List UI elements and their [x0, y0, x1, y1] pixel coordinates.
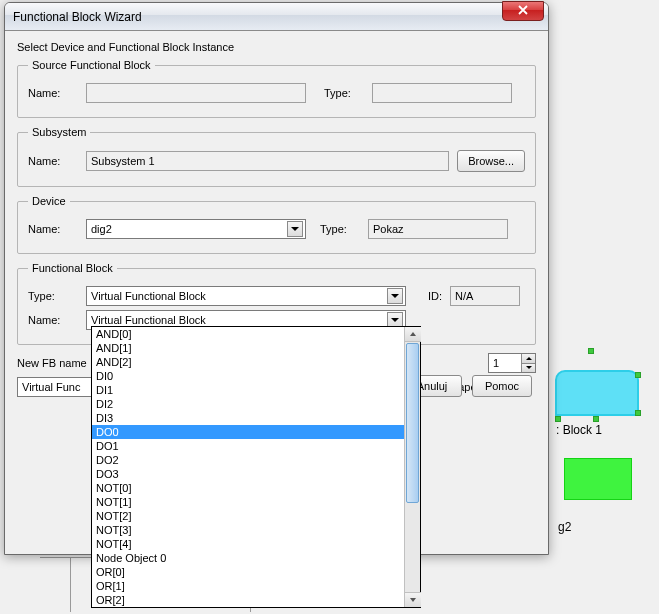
scroll-down-button[interactable] [405, 592, 421, 607]
chevron-down-icon [410, 598, 416, 602]
dropdown-option[interactable]: AND[2] [92, 355, 404, 369]
chevron-up-icon [410, 332, 416, 336]
dropdown-option[interactable]: AND[0] [92, 327, 404, 341]
window-title: Functional Block Wizard [13, 10, 142, 24]
dropdown-option[interactable]: DI1 [92, 383, 404, 397]
device-type-label: Type: [320, 223, 360, 235]
fb-type-value: Virtual Functional Block [91, 290, 387, 302]
group-fb-legend: Functional Block [28, 262, 117, 274]
fb-name-dropdown[interactable]: AND[0]AND[1]AND[2]DI0DI1DI2DI3DO0DO1DO2D… [91, 326, 421, 608]
group-subsystem: Subsystem Name: Subsystem 1 Browse... [17, 126, 536, 187]
group-subsystem-legend: Subsystem [28, 126, 90, 138]
chevron-down-icon [391, 318, 399, 322]
device-name-combo[interactable]: dig2 [86, 219, 306, 239]
fb-type-label: Type: [28, 290, 78, 302]
wizard-dialog: Functional Block Wizard Select Device an… [4, 2, 549, 555]
help-button[interactable]: Pomoc [472, 375, 532, 397]
device-name-value: dig2 [91, 223, 287, 235]
chevron-down-icon [291, 227, 299, 231]
scroll-thumb[interactable] [406, 343, 419, 503]
canvas-handle [635, 372, 641, 378]
source-name-label: Name: [28, 87, 78, 99]
close-icon [518, 5, 528, 17]
dropdown-option[interactable]: DO2 [92, 453, 404, 467]
chevron-up-icon [526, 357, 532, 360]
subsystem-name-field: Subsystem 1 [86, 151, 449, 171]
canvas-block-label: : Block 1 [556, 423, 602, 437]
close-button[interactable] [502, 1, 544, 21]
dropdown-option[interactable]: DI0 [92, 369, 404, 383]
device-combo-toggle[interactable] [287, 221, 303, 237]
titlebar[interactable]: Functional Block Wizard [5, 3, 548, 31]
dropdown-option[interactable]: DO0 [92, 425, 404, 439]
fb-name-label: Name: [28, 314, 78, 326]
dropdown-option[interactable]: NOT[3] [92, 523, 404, 537]
dropdown-option[interactable]: OR[2] [92, 593, 404, 607]
scroll-up-button[interactable] [405, 327, 421, 342]
count-value: 1 [489, 354, 521, 372]
chevron-down-icon [391, 294, 399, 298]
source-type-label: Type: [324, 87, 364, 99]
browse-button[interactable]: Browse... [457, 150, 525, 172]
canvas-handle [593, 416, 599, 422]
instruction-text: Select Device and Functional Block Insta… [17, 41, 536, 53]
chevron-down-icon [526, 366, 532, 369]
dropdown-option[interactable]: NOT[0] [92, 481, 404, 495]
canvas-block-shape-2 [564, 458, 632, 500]
dropdown-option[interactable]: Node Object 0 [92, 551, 404, 565]
dropdown-option[interactable]: AND[1] [92, 341, 404, 355]
group-device: Device Name: dig2 Type: Pokaz [17, 195, 536, 254]
dropdown-option[interactable]: OR[1] [92, 579, 404, 593]
source-type-field [372, 83, 512, 103]
dropdown-option[interactable]: NOT[1] [92, 495, 404, 509]
spinner-up[interactable] [521, 354, 535, 363]
group-device-legend: Device [28, 195, 70, 207]
dropdown-option[interactable]: DO3 [92, 467, 404, 481]
fb-id-field: N/A [450, 286, 520, 306]
device-type-field: Pokaz [368, 219, 508, 239]
canvas-block-shape [555, 370, 639, 416]
group-source-fb-legend: Source Functional Block [28, 59, 155, 71]
dropdown-option[interactable]: DI2 [92, 397, 404, 411]
fb-name-value: Virtual Functional Block [91, 314, 387, 326]
canvas-connector [70, 557, 71, 612]
spinner-down[interactable] [521, 363, 535, 373]
group-source-fb: Source Functional Block Name: Type: [17, 59, 536, 118]
fb-id-label: ID: [428, 290, 442, 302]
canvas-handle [555, 416, 561, 422]
device-name-label: Name: [28, 223, 78, 235]
dropdown-option[interactable]: NOT[4] [92, 537, 404, 551]
dropdown-option[interactable]: NOT[2] [92, 509, 404, 523]
dropdown-scrollbar[interactable] [404, 327, 420, 607]
dropdown-option[interactable]: DO1 [92, 439, 404, 453]
canvas-handle [635, 410, 641, 416]
canvas-block-label-2: g2 [558, 520, 571, 534]
count-spinner[interactable]: 1 [488, 353, 536, 373]
canvas-handle [588, 348, 594, 354]
fb-type-toggle[interactable] [387, 288, 403, 304]
new-fb-label: New FB name [17, 357, 87, 369]
dropdown-option[interactable]: OR[0] [92, 565, 404, 579]
fb-type-combo[interactable]: Virtual Functional Block [86, 286, 406, 306]
source-name-field [86, 83, 306, 103]
subsystem-name-label: Name: [28, 155, 78, 167]
dropdown-option[interactable]: DI3 [92, 411, 404, 425]
